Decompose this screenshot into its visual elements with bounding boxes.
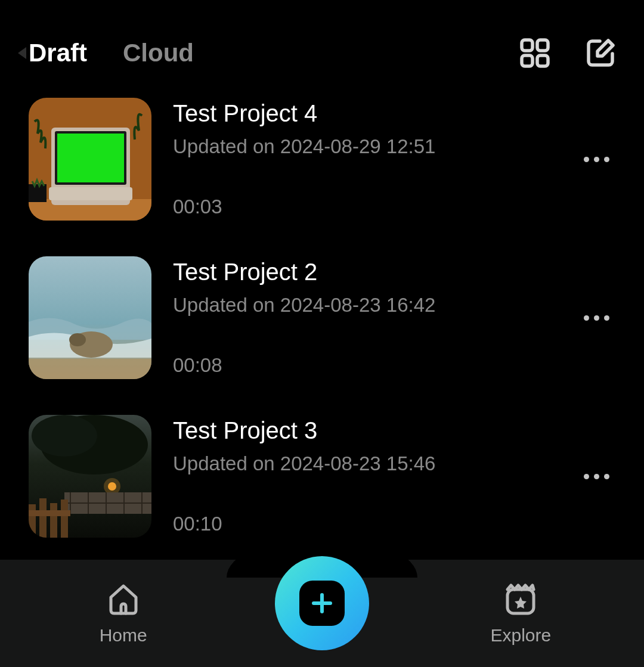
svg-rect-9 <box>49 187 132 200</box>
header-actions <box>520 38 615 68</box>
project-item[interactable]: Test Project 3 Updated on 2024-08-23 15:… <box>29 415 615 538</box>
svg-rect-0 <box>522 40 532 51</box>
edit-icon <box>586 38 615 68</box>
header: Draft Cloud <box>0 0 644 77</box>
svg-point-17 <box>32 415 97 457</box>
edit-button[interactable] <box>586 38 615 68</box>
nav-home[interactable]: Home <box>64 581 183 646</box>
project-info: Test Project 3 Updated on 2024-08-23 15:… <box>173 415 562 538</box>
fab-container <box>275 556 369 650</box>
plus-icon <box>299 581 345 626</box>
nav-explore[interactable]: Explore <box>461 581 580 646</box>
svg-rect-28 <box>39 498 47 538</box>
project-thumbnail <box>29 256 151 379</box>
more-icon <box>584 474 609 479</box>
project-thumbnail <box>29 98 151 221</box>
more-options-button[interactable] <box>584 256 615 379</box>
svg-rect-2 <box>522 55 532 66</box>
svg-rect-1 <box>537 40 548 51</box>
svg-rect-27 <box>29 504 36 538</box>
more-options-button[interactable] <box>584 98 615 221</box>
svg-rect-14 <box>29 359 151 379</box>
nav-home-label: Home <box>100 625 147 646</box>
project-thumbnail <box>29 415 151 538</box>
create-button[interactable] <box>275 556 369 650</box>
project-title: Test Project 4 <box>173 100 562 127</box>
project-item[interactable]: Test Project 2 Updated on 2024-08-23 16:… <box>29 256 615 379</box>
project-list: Test Project 4 Updated on 2024-08-29 12:… <box>0 77 644 538</box>
tab-draft[interactable]: Draft <box>29 39 87 67</box>
project-updated: Updated on 2024-08-29 12:51 <box>173 135 562 158</box>
svg-rect-10 <box>29 184 47 202</box>
nav-explore-label: Explore <box>490 625 551 646</box>
project-duration: 00:08 <box>173 354 562 377</box>
grid-icon <box>520 38 550 68</box>
svg-rect-8 <box>57 134 124 182</box>
project-duration: 00:03 <box>173 196 562 218</box>
project-duration: 00:10 <box>173 513 562 535</box>
grid-view-button[interactable] <box>520 38 550 68</box>
project-title: Test Project 2 <box>173 259 562 286</box>
tabs: Draft Cloud <box>29 39 520 67</box>
more-options-button[interactable] <box>584 415 615 538</box>
svg-point-19 <box>104 478 120 495</box>
svg-rect-3 <box>537 55 548 66</box>
project-info: Test Project 2 Updated on 2024-08-23 16:… <box>173 256 562 379</box>
svg-rect-31 <box>29 510 70 516</box>
project-updated: Updated on 2024-08-23 16:42 <box>173 294 562 317</box>
project-updated: Updated on 2024-08-23 15:46 <box>173 452 562 475</box>
svg-rect-29 <box>50 503 57 538</box>
more-icon <box>584 157 609 162</box>
explore-icon <box>503 581 538 617</box>
svg-point-13 <box>69 333 86 346</box>
tab-cloud[interactable]: Cloud <box>123 39 194 67</box>
more-icon <box>584 315 609 321</box>
home-icon <box>106 581 141 617</box>
project-title: Test Project 3 <box>173 417 562 444</box>
svg-rect-30 <box>61 500 68 538</box>
project-info: Test Project 4 Updated on 2024-08-29 12:… <box>173 98 562 221</box>
project-item[interactable]: Test Project 4 Updated on 2024-08-29 12:… <box>29 98 615 221</box>
